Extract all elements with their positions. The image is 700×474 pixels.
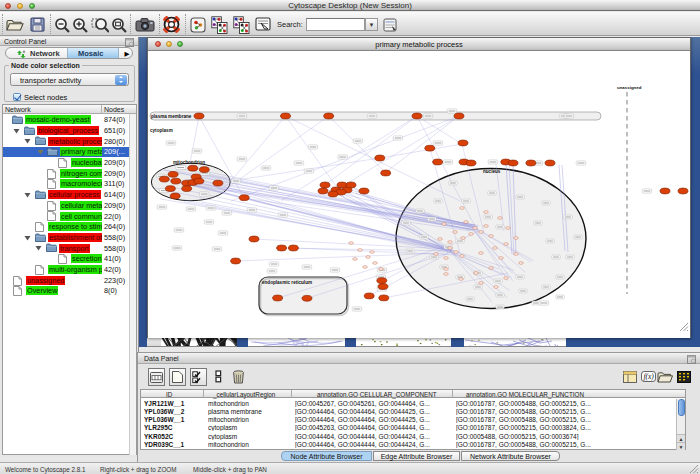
svg-text:endoplasmic reticulum: endoplasmic reticulum (262, 280, 312, 285)
svg-text:mitochondrion: mitochondrion (173, 160, 205, 165)
svg-text:plasma membrane: plasma membrane (151, 114, 192, 119)
svg-text:cytoplasm: cytoplasm (150, 128, 173, 133)
svg-text:unassigned: unassigned (617, 85, 642, 90)
svg-text:f(x): f(x) (643, 372, 654, 381)
svg-text:nucleus: nucleus (483, 169, 501, 174)
